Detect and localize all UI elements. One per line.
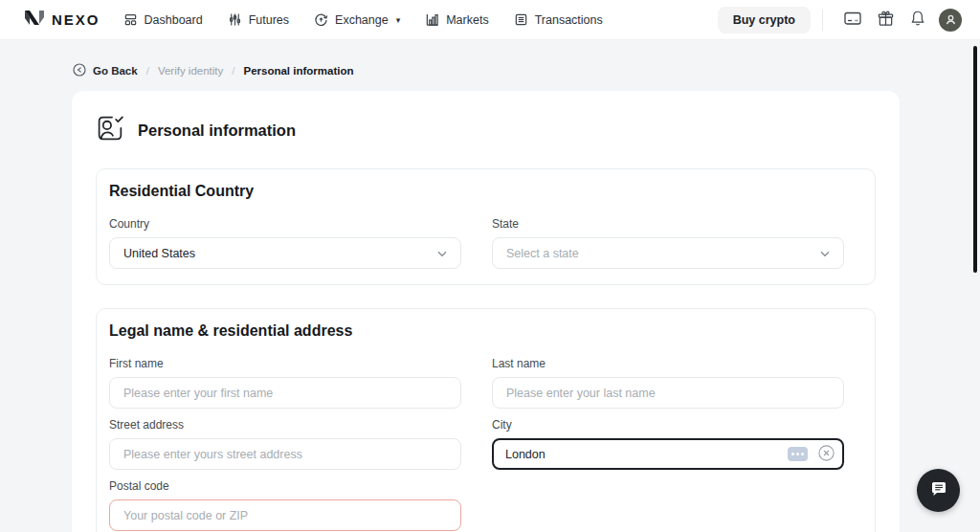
dashboard-icon xyxy=(123,12,138,27)
nav-label: Futures xyxy=(249,13,289,27)
nav-label: Transactions xyxy=(535,13,603,27)
exchange-icon xyxy=(314,12,328,27)
breadcrumb-separator: / xyxy=(232,65,234,77)
first-name-field-group: First name xyxy=(109,357,461,409)
autofill-icon[interactable] xyxy=(788,447,808,461)
street-address-field-group: Street address xyxy=(109,418,461,470)
buy-crypto-button[interactable]: Buy crypto xyxy=(718,7,811,33)
legal-name-section: Legal name & residential address First n… xyxy=(96,308,876,532)
section-title: Residential Country xyxy=(109,183,862,200)
chevron-down-icon: ▾ xyxy=(396,15,401,25)
breadcrumb-separator: / xyxy=(146,65,149,77)
last-name-input[interactable] xyxy=(492,377,844,409)
nav-markets[interactable]: Markets xyxy=(425,12,488,27)
state-label: State xyxy=(492,217,844,231)
go-back-link[interactable]: Go Back xyxy=(73,63,138,78)
street-address-label: Street address xyxy=(109,418,461,432)
profile-button[interactable] xyxy=(934,4,967,36)
chat-support-button[interactable] xyxy=(917,469,960,512)
nav-label: Markets xyxy=(446,13,488,27)
postal-code-input[interactable] xyxy=(109,499,461,531)
country-select[interactable]: United States xyxy=(109,237,461,269)
last-name-label: Last name xyxy=(492,357,844,370)
header-divider xyxy=(822,10,823,31)
clear-city-button[interactable] xyxy=(818,445,835,464)
back-arrow-icon xyxy=(73,63,86,78)
nexo-logo-icon xyxy=(24,10,45,30)
clear-circle-x-icon xyxy=(818,445,835,464)
postal-code-field-group: Postal code Enter a minimum of 2 and a m… xyxy=(109,479,461,532)
brand-name: NEXO xyxy=(52,11,100,28)
page-title: Personal information xyxy=(138,122,296,140)
breadcrumb-current: Personal information xyxy=(243,65,353,77)
card-title-row: Personal information xyxy=(96,114,876,147)
postal-code-label: Postal code xyxy=(109,479,461,493)
nav-label: Exchange xyxy=(335,13,389,27)
section-title: Legal name & residential address xyxy=(109,322,862,340)
chat-bubble-icon xyxy=(928,478,949,502)
gift-button[interactable] xyxy=(869,4,902,36)
markets-icon xyxy=(425,12,439,27)
notifications-button[interactable] xyxy=(902,4,934,36)
breadcrumb-verify-identity[interactable]: Verify identity xyxy=(158,65,223,77)
state-select[interactable]: Select a state xyxy=(492,237,844,269)
header-actions: Buy crypto xyxy=(718,4,967,36)
nav-label: Dashboard xyxy=(145,13,203,27)
first-name-label: First name xyxy=(109,357,461,370)
card-button[interactable] xyxy=(836,4,869,36)
nexo-logo[interactable]: NEXO xyxy=(24,10,100,30)
street-address-input[interactable] xyxy=(109,438,461,470)
city-field-group: City xyxy=(492,418,844,470)
country-value: United States xyxy=(123,247,195,260)
avatar xyxy=(939,9,962,32)
go-back-label: Go Back xyxy=(93,65,138,77)
country-field-group: Country United States xyxy=(109,217,461,269)
country-label: Country xyxy=(109,217,461,231)
transactions-icon xyxy=(514,12,528,27)
person-check-icon xyxy=(96,114,125,147)
state-field-group: State Select a state xyxy=(492,217,844,269)
nav-futures[interactable]: Futures xyxy=(228,12,289,27)
residential-country-section: Residential Country Country United State… xyxy=(96,168,876,285)
chevron-down-icon xyxy=(437,247,447,260)
state-placeholder: Select a state xyxy=(506,247,579,260)
personal-information-card: Personal information Residential Country… xyxy=(72,91,900,532)
first-name-input[interactable] xyxy=(109,377,461,409)
nav-exchange[interactable]: Exchange ▾ xyxy=(314,12,400,27)
vertical-scrollbar-thumb[interactable] xyxy=(973,46,977,273)
last-name-field-group: Last name xyxy=(492,357,844,409)
nav-transactions[interactable]: Transactions xyxy=(514,12,603,27)
nav-dashboard[interactable]: Dashboard xyxy=(123,12,203,27)
city-label: City xyxy=(492,418,844,432)
futures-icon xyxy=(228,12,242,27)
main-nav: Dashboard Futures Exchange ▾ Markets T xyxy=(123,12,603,27)
chevron-down-icon xyxy=(820,247,830,260)
gift-icon xyxy=(877,10,895,31)
card-icon xyxy=(843,9,862,31)
top-navbar: NEXO Dashboard Futures Exchange ▾ Mar xyxy=(0,0,980,40)
bell-icon xyxy=(909,10,926,30)
breadcrumb: Go Back / Verify identity / Personal inf… xyxy=(73,63,980,78)
